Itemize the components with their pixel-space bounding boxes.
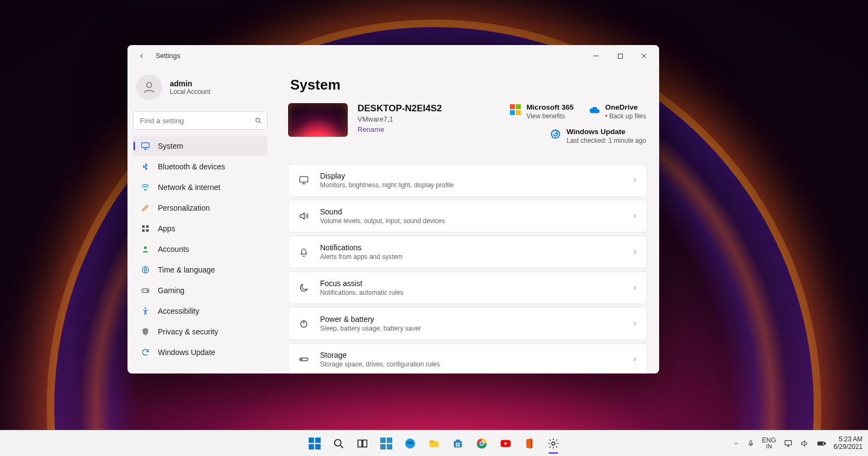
settings-item-display[interactable]: Display Monitors, brightness, night ligh…	[288, 164, 647, 197]
search-input[interactable]	[133, 111, 267, 130]
onedrive-link[interactable]: OneDrive Back up files	[589, 103, 646, 120]
sidebar-item-gaming[interactable]: Gaming	[133, 281, 267, 300]
svg-rect-6	[146, 225, 149, 228]
svg-point-48	[552, 442, 555, 445]
file-explorer-button[interactable]	[423, 433, 445, 454]
ms365-link[interactable]: Microsoft 365 View benefits	[510, 103, 573, 120]
update-subtitle: Last checked: 1 minute ago	[566, 137, 646, 144]
settings-taskbar-button[interactable]	[542, 433, 564, 454]
sidebar-item-bluetooth-devices[interactable]: Bluetooth & devices	[133, 157, 267, 176]
tray-battery-icon[interactable]	[816, 439, 826, 448]
sidebar-item-label: Apps	[158, 224, 175, 233]
sidebar-item-label: Privacy & security	[158, 327, 218, 336]
task-view-button[interactable]	[352, 433, 373, 454]
card-title: Focus assist	[320, 279, 403, 288]
bell-icon	[298, 246, 309, 257]
close-button[interactable]	[632, 47, 656, 65]
svg-rect-16	[516, 104, 521, 109]
svg-rect-36	[430, 440, 434, 442]
shield-icon	[141, 327, 150, 337]
sidebar-item-label: System	[158, 142, 183, 150]
svg-rect-38	[456, 439, 459, 441]
profile-name: admin	[170, 79, 210, 88]
card-title: Power & battery	[320, 315, 421, 324]
tray-language[interactable]: ENG IN	[762, 437, 776, 449]
svg-point-19	[552, 130, 560, 138]
onedrive-icon	[589, 104, 599, 115]
sidebar-item-accounts[interactable]: Accounts	[133, 239, 267, 259]
card-subtitle: Volume levels, output, input, sound devi…	[320, 217, 445, 225]
youtube-button[interactable]	[495, 433, 516, 454]
chevron-right-icon	[631, 177, 638, 183]
maximize-button[interactable]	[608, 47, 632, 65]
edge-button[interactable]	[399, 433, 421, 454]
sidebar-item-system[interactable]: System	[133, 136, 267, 156]
svg-rect-7	[142, 229, 145, 232]
tray-network-icon[interactable]	[784, 439, 793, 448]
svg-point-13	[148, 291, 149, 292]
main-content: System DESKTOP-N2EI4S2 VMware7,1 Rename	[273, 67, 659, 373]
svg-point-28	[335, 439, 341, 446]
sidebar-item-time-language[interactable]: Time & language	[133, 260, 267, 280]
bluetooth-icon	[141, 162, 150, 172]
svg-rect-24	[309, 438, 314, 443]
sidebar-item-windows-update[interactable]: Windows Update	[133, 343, 267, 362]
svg-rect-15	[510, 104, 515, 109]
page-title: System	[290, 77, 647, 93]
settings-item-focus-assist[interactable]: Focus assist Notifications, automatic ru…	[288, 271, 647, 304]
sidebar-item-label: Time & language	[158, 265, 215, 274]
svg-rect-5	[142, 225, 145, 228]
svg-rect-3	[142, 143, 149, 148]
search-icon	[254, 117, 262, 124]
rename-link[interactable]: Rename	[358, 125, 442, 134]
person-icon	[141, 244, 150, 254]
sidebar-item-network-internet[interactable]: Network & internet	[133, 178, 267, 197]
back-button[interactable]	[135, 49, 148, 62]
svg-point-14	[145, 307, 146, 309]
search-wrap	[133, 111, 267, 130]
sidebar-item-label: Gaming	[158, 286, 184, 295]
search-button[interactable]	[328, 433, 349, 454]
sidebar-item-accessibility[interactable]: Accessibility	[133, 301, 267, 321]
onedrive-title: OneDrive	[605, 103, 646, 111]
start-button[interactable]	[304, 433, 326, 454]
apps-icon	[141, 224, 150, 233]
sidebar-item-apps[interactable]: Apps	[133, 219, 267, 238]
widgets-button[interactable]	[375, 433, 397, 454]
svg-rect-25	[315, 438, 321, 443]
sound-icon	[298, 211, 309, 221]
sidebar-item-label: Windows Update	[158, 348, 215, 357]
settings-item-power-battery[interactable]: Power & battery Sleep, battery usage, ba…	[288, 307, 647, 340]
svg-rect-0	[618, 54, 622, 58]
windows-update-link[interactable]: Windows Update Last checked: 1 minute ag…	[550, 128, 646, 144]
tray-clock[interactable]: 5:23 AM 6/29/2021	[834, 436, 863, 451]
sidebar-item-privacy-security[interactable]: Privacy & security	[133, 322, 267, 341]
svg-rect-27	[315, 444, 321, 449]
titlebar: Settings	[127, 45, 659, 67]
device-name: DESKTOP-N2EI4S2	[358, 103, 442, 114]
chrome-button[interactable]	[471, 433, 493, 454]
sidebar-item-personalization[interactable]: Personalization	[133, 198, 267, 218]
svg-rect-50	[785, 440, 792, 445]
svg-point-23	[301, 359, 302, 360]
svg-rect-17	[510, 110, 515, 115]
hero-quick-links: Microsoft 365 View benefits OneDrive Bac…	[510, 103, 646, 144]
minimize-button[interactable]	[584, 47, 608, 65]
card-subtitle: Alerts from apps and system	[320, 253, 403, 261]
svg-point-4	[145, 189, 146, 190]
settings-item-storage[interactable]: Storage Storage space, drives, configura…	[288, 343, 647, 373]
office-button[interactable]	[519, 433, 540, 454]
ms-store-button[interactable]	[447, 433, 469, 454]
tray-chevron-up-icon[interactable]	[733, 440, 739, 447]
tray-volume-icon[interactable]	[800, 439, 809, 448]
settings-item-notifications[interactable]: Notifications Alerts from apps and syste…	[288, 236, 647, 268]
sidebar-item-label: Bluetooth & devices	[158, 162, 225, 171]
tray-mic-icon[interactable]	[747, 440, 755, 447]
chevron-right-icon	[631, 356, 638, 363]
system-settings-list: Display Monitors, brightness, night ligh…	[288, 164, 647, 373]
settings-item-sound[interactable]: Sound Volume levels, output, input, soun…	[288, 200, 647, 232]
profile-block[interactable]: admin Local Account	[133, 69, 267, 108]
card-title: Notifications	[320, 243, 403, 252]
svg-rect-52	[825, 442, 826, 444]
svg-rect-8	[146, 229, 149, 232]
